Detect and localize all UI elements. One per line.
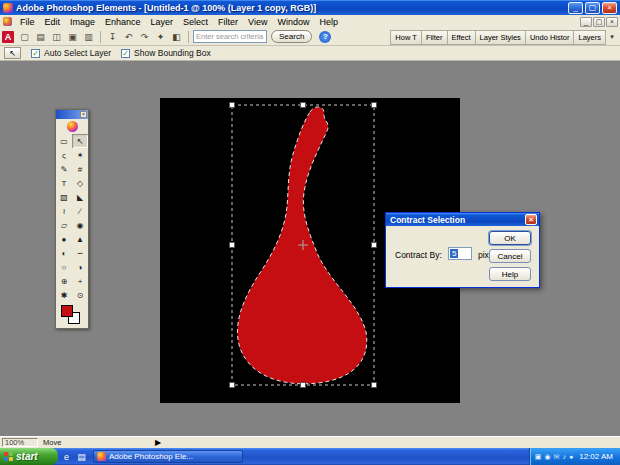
menu-window[interactable]: Window: [272, 17, 314, 27]
tool-zoom[interactable]: ⊙: [72, 288, 88, 302]
contract-by-label: Contract By:: [395, 250, 442, 260]
palette-tab-layers[interactable]: Layers: [574, 30, 606, 45]
taskbar-task-photoshop[interactable]: Adobe Photoshop Ele...: [93, 450, 243, 463]
contract-by-input[interactable]: 5: [448, 247, 472, 260]
toolbox-logo: [56, 119, 88, 134]
ok-button[interactable]: OK: [489, 231, 531, 245]
menu-edit[interactable]: Edit: [40, 17, 66, 27]
current-tool-icon[interactable]: ↖: [4, 47, 21, 59]
tool-clone-stamp[interactable]: ⊕: [56, 274, 72, 288]
tool-sponge[interactable]: ◐: [56, 246, 72, 260]
tool-crop[interactable]: #: [72, 162, 88, 176]
toolbar-separator: [100, 31, 101, 43]
maximize-button[interactable]: ▢: [585, 2, 600, 14]
tool-eraser[interactable]: ▱: [56, 218, 72, 232]
search-button[interactable]: Search: [271, 30, 312, 43]
doc-restore-button[interactable]: ▢: [593, 17, 605, 27]
show-desktop-icon[interactable]: ▤: [75, 450, 88, 463]
tray-icon-4[interactable]: ♪: [562, 453, 566, 460]
tool-eyedropper[interactable]: +: [72, 274, 88, 288]
tool-type[interactable]: T: [56, 176, 72, 190]
palette-tab-how-to[interactable]: How T: [390, 30, 422, 45]
color-swatches: [56, 302, 88, 328]
tool-hand[interactable]: ✱: [56, 288, 72, 302]
menu-filter[interactable]: Filter: [213, 17, 243, 27]
open-file-icon[interactable]: ▤: [33, 29, 48, 44]
adobe-logo-icon[interactable]: A: [2, 31, 14, 43]
tool-burn[interactable]: ◑: [72, 260, 88, 274]
palette-tab-effects[interactable]: Effect: [448, 30, 476, 45]
step-forward-icon[interactable]: ↷: [137, 29, 152, 44]
contract-by-value: 5: [450, 249, 458, 258]
new-file-icon[interactable]: ▢: [17, 29, 32, 44]
tool-pencil[interactable]: ∕: [72, 204, 88, 218]
import-icon[interactable]: ↧: [105, 29, 120, 44]
auto-select-layer-checkbox[interactable]: ✓: [31, 49, 40, 58]
palette-well: How T Filter Effect Layer Styles Undo Hi…: [390, 29, 618, 45]
tool-move[interactable]: ↖: [72, 134, 88, 148]
zoom-level-field[interactable]: 100%: [2, 438, 38, 447]
show-bounding-box-label: Show Bounding Box: [134, 48, 211, 58]
search-input[interactable]: Enter search criteria: [193, 30, 267, 43]
doc-close-button[interactable]: ×: [606, 17, 618, 27]
tool-lasso[interactable]: ς: [56, 148, 72, 162]
palette-more-icon[interactable]: ▾: [606, 30, 618, 45]
dialog-titlebar[interactable]: Contract Selection ×: [386, 213, 539, 226]
browse-icon[interactable]: ◫: [49, 29, 64, 44]
tool-sharpen[interactable]: ▲: [72, 232, 88, 246]
tool-red-eye-brush[interactable]: ◉: [72, 218, 88, 232]
menu-view[interactable]: View: [243, 17, 272, 27]
tool-selection-brush[interactable]: ✎: [56, 162, 72, 176]
show-bounding-box-checkbox[interactable]: ✓: [121, 49, 130, 58]
close-button[interactable]: ×: [602, 2, 617, 14]
help-button[interactable]: Help: [489, 267, 531, 281]
tool-blur[interactable]: ●: [56, 232, 72, 246]
menu-select[interactable]: Select: [178, 17, 213, 27]
taskbar: start e ▤ Adobe Photoshop Ele... ▣ ◉ ✉ ♪…: [0, 448, 620, 465]
tray-icon-5[interactable]: ●: [569, 453, 573, 460]
step-backward-icon[interactable]: ↶: [121, 29, 136, 44]
menu-enhance[interactable]: Enhance: [100, 17, 146, 27]
internet-explorer-icon[interactable]: e: [60, 450, 73, 463]
palette-tab-undo-history[interactable]: Undo Histor: [526, 30, 575, 45]
doc-minimize-button[interactable]: _: [580, 17, 592, 27]
document-window-controls: _ ▢ ×: [580, 17, 618, 27]
tool-magic-wand[interactable]: ✶: [72, 148, 88, 162]
menu-help[interactable]: Help: [314, 17, 343, 27]
minimize-button[interactable]: _: [568, 2, 583, 14]
shortcuts-bar: A ▢ ▤ ◫ ▣ ▥ ↧ ↶ ↷ ✦ ◧ Enter search crite…: [0, 28, 620, 46]
dialog-close-icon[interactable]: ×: [525, 214, 537, 225]
toolbox-titlebar[interactable]: ×: [56, 110, 88, 119]
dialog-body: Contract By: 5 pixels OK Cancel Help: [386, 226, 539, 288]
menu-layer[interactable]: Layer: [146, 17, 179, 27]
tool-paint-bucket[interactable]: ◣: [72, 190, 88, 204]
tray-icon-1[interactable]: ▣: [535, 453, 542, 461]
help-icon[interactable]: ?: [319, 31, 331, 43]
cancel-button[interactable]: Cancel: [489, 249, 531, 263]
windows-flag-icon: [4, 452, 13, 461]
foreground-color-swatch[interactable]: [61, 305, 73, 317]
tool-dodge[interactable]: ○: [56, 260, 72, 274]
quick-launch: e ▤: [58, 448, 90, 465]
tool-smudge[interactable]: ∽: [72, 246, 88, 260]
save-icon[interactable]: ▣: [65, 29, 80, 44]
document-icon: [3, 17, 12, 26]
pse-feather-icon: [67, 121, 78, 132]
color-variations-icon[interactable]: ◧: [169, 29, 184, 44]
tray-icon-2[interactable]: ◉: [544, 453, 550, 461]
tool-brush[interactable]: ≀: [56, 204, 72, 218]
palette-tab-layer-styles[interactable]: Layer Styles: [476, 30, 526, 45]
tool-rect-marquee[interactable]: ▭: [56, 134, 72, 148]
tool-gradient[interactable]: ▧: [56, 190, 72, 204]
toolbox-close-icon[interactable]: ×: [80, 111, 87, 118]
status-more-icon[interactable]: ▶: [155, 438, 161, 447]
clock[interactable]: 12:02 AM: [579, 452, 613, 461]
tool-shape[interactable]: ◇: [72, 176, 88, 190]
start-button[interactable]: start: [0, 448, 58, 465]
menu-image[interactable]: Image: [65, 17, 100, 27]
quick-fix-icon[interactable]: ✦: [153, 29, 168, 44]
print-icon[interactable]: ▥: [81, 29, 96, 44]
palette-tab-filters[interactable]: Filter: [422, 30, 448, 45]
menu-file[interactable]: File: [15, 17, 40, 27]
tray-icon-3[interactable]: ✉: [554, 453, 560, 461]
